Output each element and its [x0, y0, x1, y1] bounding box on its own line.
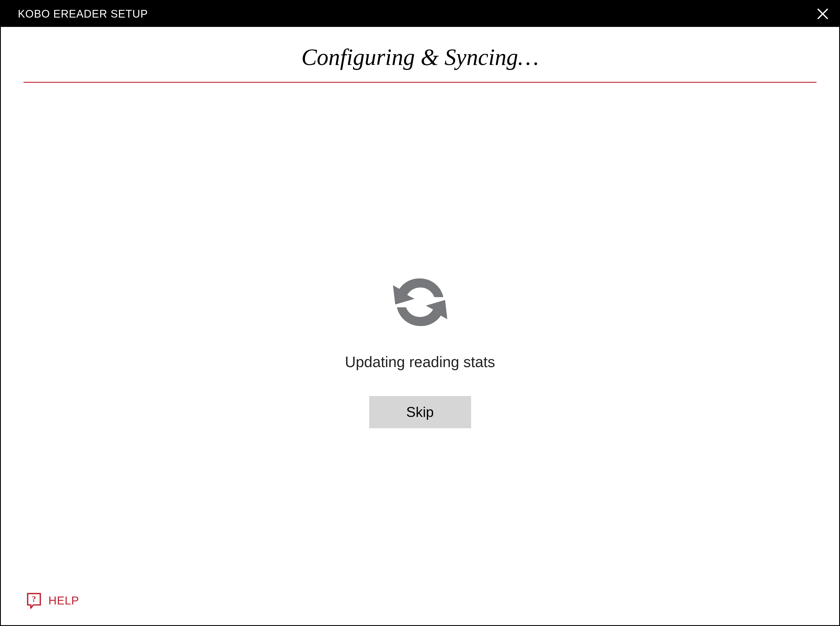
help-icon: ? — [27, 593, 42, 608]
help-label: HELP — [48, 594, 79, 607]
titlebar: KOBO EREADER SETUP — [1, 1, 839, 27]
close-button[interactable] — [815, 6, 831, 22]
svg-text:?: ? — [32, 594, 36, 603]
content-area: Configuring & Syncing… Updating reading … — [1, 27, 839, 625]
window-title: KOBO EREADER SETUP — [18, 8, 148, 20]
skip-button[interactable]: Skip — [369, 396, 471, 428]
close-icon — [817, 8, 829, 20]
sync-status-text: Updating reading stats — [345, 353, 495, 371]
sync-icon — [383, 268, 457, 336]
page-heading: Configuring & Syncing… — [23, 44, 817, 70]
help-button[interactable]: ? HELP — [27, 593, 79, 608]
sync-status-area: Updating reading stats Skip — [23, 83, 817, 614]
setup-window: KOBO EREADER SETUP Configuring & Syncing… — [0, 0, 840, 626]
